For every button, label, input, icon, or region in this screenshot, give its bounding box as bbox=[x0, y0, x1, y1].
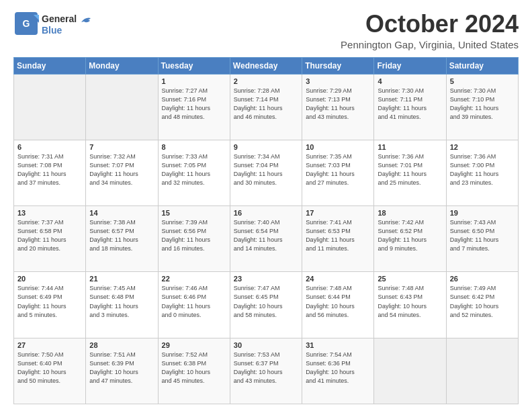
day-number: 15 bbox=[162, 209, 226, 217]
weekday-header-wednesday: Wednesday bbox=[230, 57, 302, 74]
day-number: 2 bbox=[234, 77, 298, 85]
calendar-cell: 16Sunrise: 7:40 AM Sunset: 6:54 PM Dayli… bbox=[230, 206, 302, 272]
day-info: Sunrise: 7:48 AM Sunset: 6:44 PM Dayligh… bbox=[306, 284, 370, 319]
day-number: 23 bbox=[234, 275, 298, 283]
calendar-cell: 18Sunrise: 7:42 AM Sunset: 6:52 PM Dayli… bbox=[374, 206, 446, 272]
day-number: 3 bbox=[306, 77, 370, 85]
day-number: 8 bbox=[162, 143, 226, 151]
day-number: 6 bbox=[17, 143, 82, 151]
weekday-header-thursday: Thursday bbox=[302, 57, 374, 74]
calendar-cell: 9Sunrise: 7:34 AM Sunset: 7:04 PM Daylig… bbox=[230, 140, 302, 205]
calendar-cell: 4Sunrise: 7:30 AM Sunset: 7:11 PM Daylig… bbox=[374, 74, 446, 140]
day-number: 10 bbox=[306, 143, 370, 151]
day-info: Sunrise: 7:33 AM Sunset: 7:05 PM Dayligh… bbox=[162, 152, 226, 187]
calendar-cell: 30Sunrise: 7:53 AM Sunset: 6:37 PM Dayli… bbox=[230, 338, 302, 404]
day-info: Sunrise: 7:37 AM Sunset: 6:58 PM Dayligh… bbox=[17, 218, 82, 253]
day-info: Sunrise: 7:48 AM Sunset: 6:43 PM Dayligh… bbox=[378, 284, 442, 319]
day-info: Sunrise: 7:36 AM Sunset: 7:00 PM Dayligh… bbox=[450, 152, 515, 187]
calendar-cell: 3Sunrise: 7:29 AM Sunset: 7:13 PM Daylig… bbox=[302, 74, 374, 140]
calendar-table: SundayMondayTuesdayWednesdayThursdayFrid… bbox=[13, 57, 519, 404]
calendar-cell: 24Sunrise: 7:48 AM Sunset: 6:44 PM Dayli… bbox=[302, 272, 374, 338]
calendar-cell: 8Sunrise: 7:33 AM Sunset: 7:05 PM Daylig… bbox=[158, 140, 230, 205]
day-number: 12 bbox=[450, 143, 515, 151]
day-info: Sunrise: 7:39 AM Sunset: 6:56 PM Dayligh… bbox=[162, 218, 226, 253]
calendar-cell: 17Sunrise: 7:41 AM Sunset: 6:53 PM Dayli… bbox=[302, 206, 374, 272]
calendar-cell: 14Sunrise: 7:38 AM Sunset: 6:57 PM Dayli… bbox=[86, 206, 158, 272]
calendar-cell: 10Sunrise: 7:35 AM Sunset: 7:03 PM Dayli… bbox=[302, 140, 374, 205]
calendar-cell: 15Sunrise: 7:39 AM Sunset: 6:56 PM Dayli… bbox=[158, 206, 230, 272]
calendar-cell: 19Sunrise: 7:43 AM Sunset: 6:50 PM Dayli… bbox=[446, 206, 518, 272]
logo-bird-icon bbox=[80, 15, 92, 25]
svg-text:G: G bbox=[23, 18, 30, 29]
day-info: Sunrise: 7:43 AM Sunset: 6:50 PM Dayligh… bbox=[450, 218, 515, 253]
calendar-cell bbox=[446, 338, 518, 404]
calendar-cell: 22Sunrise: 7:46 AM Sunset: 6:46 PM Dayli… bbox=[158, 272, 230, 338]
day-number: 19 bbox=[450, 209, 515, 217]
day-info: Sunrise: 7:54 AM Sunset: 6:36 PM Dayligh… bbox=[306, 351, 370, 385]
calendar-cell: 31Sunrise: 7:54 AM Sunset: 6:36 PM Dayli… bbox=[302, 338, 374, 404]
day-info: Sunrise: 7:29 AM Sunset: 7:13 PM Dayligh… bbox=[306, 87, 370, 122]
day-info: Sunrise: 7:46 AM Sunset: 6:46 PM Dayligh… bbox=[162, 284, 226, 319]
header: G General Blue October 2024 Pennington G… bbox=[13, 11, 519, 50]
logo-icon: G bbox=[13, 11, 39, 36]
calendar-cell bbox=[14, 74, 86, 140]
weekday-header-monday: Monday bbox=[86, 57, 158, 74]
day-info: Sunrise: 7:38 AM Sunset: 6:57 PM Dayligh… bbox=[89, 218, 154, 253]
calendar-cell: 5Sunrise: 7:30 AM Sunset: 7:10 PM Daylig… bbox=[446, 74, 518, 140]
weekday-header-friday: Friday bbox=[374, 57, 446, 74]
day-number: 22 bbox=[162, 275, 226, 283]
day-number: 9 bbox=[234, 143, 298, 151]
day-info: Sunrise: 7:31 AM Sunset: 7:08 PM Dayligh… bbox=[17, 152, 82, 187]
day-info: Sunrise: 7:32 AM Sunset: 7:07 PM Dayligh… bbox=[89, 152, 154, 187]
day-info: Sunrise: 7:40 AM Sunset: 6:54 PM Dayligh… bbox=[234, 218, 298, 253]
day-info: Sunrise: 7:44 AM Sunset: 6:49 PM Dayligh… bbox=[17, 284, 82, 319]
day-info: Sunrise: 7:42 AM Sunset: 6:52 PM Dayligh… bbox=[378, 218, 442, 253]
day-number: 17 bbox=[306, 209, 370, 217]
logo-blue: Blue bbox=[42, 25, 92, 36]
day-info: Sunrise: 7:36 AM Sunset: 7:01 PM Dayligh… bbox=[378, 152, 442, 187]
calendar-cell: 20Sunrise: 7:44 AM Sunset: 6:49 PM Dayli… bbox=[14, 272, 86, 338]
day-info: Sunrise: 7:28 AM Sunset: 7:14 PM Dayligh… bbox=[234, 87, 298, 122]
calendar-week-row: 13Sunrise: 7:37 AM Sunset: 6:58 PM Dayli… bbox=[14, 206, 519, 272]
day-info: Sunrise: 7:35 AM Sunset: 7:03 PM Dayligh… bbox=[306, 152, 370, 187]
logo: G General Blue bbox=[13, 11, 92, 39]
day-number: 13 bbox=[17, 209, 82, 217]
day-info: Sunrise: 7:30 AM Sunset: 7:10 PM Dayligh… bbox=[450, 87, 515, 122]
page: G General Blue October 2024 Pennington G… bbox=[0, 0, 532, 411]
calendar-header-row: SundayMondayTuesdayWednesdayThursdayFrid… bbox=[14, 57, 519, 74]
calendar-cell: 29Sunrise: 7:52 AM Sunset: 6:38 PM Dayli… bbox=[158, 338, 230, 404]
calendar-cell: 13Sunrise: 7:37 AM Sunset: 6:58 PM Dayli… bbox=[14, 206, 86, 272]
day-info: Sunrise: 7:47 AM Sunset: 6:45 PM Dayligh… bbox=[234, 284, 298, 319]
calendar-cell: 25Sunrise: 7:48 AM Sunset: 6:43 PM Dayli… bbox=[374, 272, 446, 338]
calendar-cell: 1Sunrise: 7:27 AM Sunset: 7:16 PM Daylig… bbox=[158, 74, 230, 140]
weekday-header-saturday: Saturday bbox=[446, 57, 518, 74]
calendar-cell: 27Sunrise: 7:50 AM Sunset: 6:40 PM Dayli… bbox=[14, 338, 86, 404]
weekday-header-tuesday: Tuesday bbox=[158, 57, 230, 74]
calendar-cell bbox=[86, 74, 158, 140]
calendar-week-row: 6Sunrise: 7:31 AM Sunset: 7:08 PM Daylig… bbox=[14, 140, 519, 205]
day-number: 28 bbox=[89, 341, 154, 349]
calendar-cell: 12Sunrise: 7:36 AM Sunset: 7:00 PM Dayli… bbox=[446, 140, 518, 205]
weekday-header-sunday: Sunday bbox=[14, 57, 86, 74]
calendar-cell: 23Sunrise: 7:47 AM Sunset: 6:45 PM Dayli… bbox=[230, 272, 302, 338]
calendar-week-row: 27Sunrise: 7:50 AM Sunset: 6:40 PM Dayli… bbox=[14, 338, 519, 404]
day-info: Sunrise: 7:27 AM Sunset: 7:16 PM Dayligh… bbox=[162, 87, 226, 122]
day-number: 30 bbox=[234, 341, 298, 349]
calendar-cell: 11Sunrise: 7:36 AM Sunset: 7:01 PM Dayli… bbox=[374, 140, 446, 205]
day-number: 5 bbox=[450, 77, 515, 85]
calendar-week-row: 1Sunrise: 7:27 AM Sunset: 7:16 PM Daylig… bbox=[14, 74, 519, 140]
day-info: Sunrise: 7:50 AM Sunset: 6:40 PM Dayligh… bbox=[17, 351, 82, 385]
day-number: 24 bbox=[306, 275, 370, 283]
day-number: 18 bbox=[378, 209, 442, 217]
day-number: 27 bbox=[17, 341, 82, 349]
day-number: 7 bbox=[89, 143, 154, 151]
day-info: Sunrise: 7:49 AM Sunset: 6:42 PM Dayligh… bbox=[450, 284, 515, 319]
day-info: Sunrise: 7:52 AM Sunset: 6:38 PM Dayligh… bbox=[162, 351, 226, 385]
day-number: 25 bbox=[378, 275, 442, 283]
calendar-cell: 21Sunrise: 7:45 AM Sunset: 6:48 PM Dayli… bbox=[86, 272, 158, 338]
day-number: 1 bbox=[162, 77, 226, 85]
day-info: Sunrise: 7:45 AM Sunset: 6:48 PM Dayligh… bbox=[89, 284, 154, 319]
day-number: 16 bbox=[234, 209, 298, 217]
day-info: Sunrise: 7:34 AM Sunset: 7:04 PM Dayligh… bbox=[234, 152, 298, 187]
day-number: 21 bbox=[89, 275, 154, 283]
